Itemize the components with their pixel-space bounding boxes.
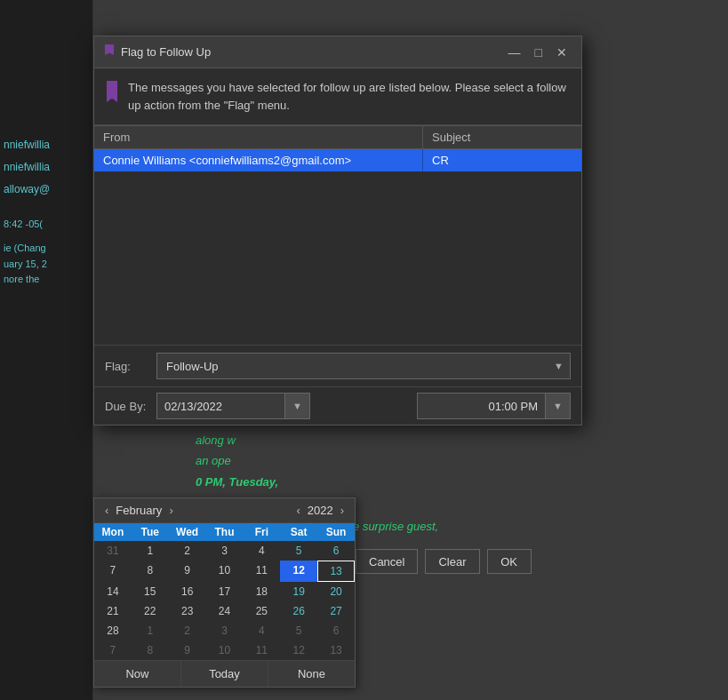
calendar-days-header: Mon Tue Wed Thu Fri Sat Sun	[94, 523, 355, 541]
cal-day[interactable]: 8	[132, 640, 169, 660]
cal-day[interactable]: 24	[206, 601, 244, 621]
calendar-week-1: 31 1 2 3 4 5 6	[94, 541, 355, 561]
prev-month-button[interactable]: ‹	[101, 503, 112, 518]
clear-button[interactable]: Clear	[425, 549, 479, 574]
email-subject: CR	[423, 149, 581, 171]
cal-day[interactable]: 15	[132, 582, 169, 601]
cal-day[interactable]: 4	[243, 621, 280, 640]
cal-day[interactable]: 3	[206, 541, 244, 561]
calendar-week-6: 7 8 9 10 11 12 13	[94, 640, 355, 660]
cal-day[interactable]: 26	[280, 601, 317, 621]
now-button[interactable]: Now	[94, 661, 181, 687]
year-nav: ‹ 2022 ›	[292, 503, 348, 518]
date-dropdown-button[interactable]: ▼	[285, 393, 310, 419]
dueby-label: Due By:	[105, 400, 149, 413]
cal-day[interactable]: 27	[317, 601, 355, 621]
cal-day[interactable]: 17	[206, 582, 244, 601]
cal-day[interactable]: 12	[280, 640, 317, 660]
date-input-container: ▼	[156, 393, 310, 419]
cal-day[interactable]: 21	[94, 601, 132, 621]
cal-day[interactable]: 4	[243, 541, 280, 561]
table-header: From Subject	[94, 125, 581, 149]
email-from: Connie Williams <conniefwilliams2@gmail.…	[94, 149, 423, 171]
minimize-button[interactable]: —	[505, 46, 524, 59]
cal-day[interactable]: 13	[317, 640, 355, 660]
cal-day[interactable]: 1	[132, 621, 169, 640]
day-name-tue: Tue	[132, 523, 169, 541]
dialog-title: Flag to Follow Up	[121, 45, 211, 59]
cal-day[interactable]: 22	[132, 601, 169, 621]
calendar-week-3: 14 15 16 17 18 19 20	[94, 582, 355, 601]
cal-day[interactable]: 7	[94, 640, 132, 660]
cal-day[interactable]: 10	[206, 561, 244, 582]
cal-day-selected[interactable]: 12	[280, 561, 317, 582]
cal-day[interactable]: 7	[94, 561, 132, 582]
cal-day[interactable]: 20	[317, 582, 355, 601]
cal-day[interactable]: 14	[94, 582, 132, 601]
cal-day-highlighted[interactable]: 13	[317, 561, 355, 582]
cal-day[interactable]: 5	[280, 621, 317, 640]
cal-day[interactable]: 18	[243, 582, 280, 601]
none-button[interactable]: None	[268, 661, 355, 687]
email-table: From Subject Connie Williams <conniefwil…	[94, 125, 581, 345]
cal-day[interactable]: 28	[94, 621, 132, 640]
flag-row: Flag: Follow-Up Call Do Not Forward For …	[94, 345, 581, 386]
cal-day[interactable]: 2	[169, 621, 206, 640]
prev-year-button[interactable]: ‹	[292, 503, 303, 518]
cal-day[interactable]: 8	[132, 561, 169, 582]
day-name-sun: Sun	[317, 523, 355, 541]
day-name-thu: Thu	[206, 523, 244, 541]
close-button[interactable]: ✕	[553, 46, 571, 59]
calendar-grid: Mon Tue Wed Thu Fri Sat Sun 31 1 2 3 4 5…	[94, 523, 355, 660]
flag-dropdown[interactable]: Follow-Up Call Do Not Forward For Your I…	[156, 353, 571, 379]
empty-table-area	[94, 171, 581, 340]
cal-day[interactable]: 31	[94, 541, 132, 561]
time-input[interactable]	[417, 393, 546, 419]
dialog-header: The messages you have selected for follo…	[94, 68, 581, 125]
cal-day[interactable]: 6	[317, 541, 355, 561]
calendar-nav: ‹ February › ‹ 2022 ›	[94, 498, 355, 523]
cal-day[interactable]: 5	[280, 541, 317, 561]
flag-icon	[105, 44, 114, 60]
maximize-button[interactable]: □	[532, 46, 546, 59]
cal-day[interactable]: 9	[169, 640, 206, 660]
day-name-fri: Fri	[243, 523, 280, 541]
day-name-wed: Wed	[169, 523, 206, 541]
cal-day[interactable]: 11	[243, 640, 280, 660]
dueby-row: Due By: ▼ ▼	[94, 386, 581, 425]
ok-button[interactable]: OK	[487, 549, 532, 574]
dialog-title-bar: Flag to Follow Up — □ ✕	[94, 36, 581, 68]
title-bar-controls: — □ ✕	[505, 46, 571, 59]
year-label: 2022	[308, 504, 333, 517]
cal-day[interactable]: 3	[206, 621, 244, 640]
table-body: Connie Williams <conniefwilliams2@gmail.…	[94, 149, 581, 345]
day-name-sat: Sat	[280, 523, 317, 541]
cancel-button[interactable]: Cancel	[356, 549, 418, 574]
bg-left-panel: nniefwillia nniefwillia alloway@ 8:42 -0…	[0, 0, 93, 700]
dialog-header-text: The messages you have selected for follo…	[128, 79, 569, 114]
date-input[interactable]	[156, 393, 285, 419]
cal-day[interactable]: 25	[243, 601, 280, 621]
next-month-button[interactable]: ›	[165, 503, 176, 518]
cal-day[interactable]: 19	[280, 582, 317, 601]
dialog-action-buttons: Cancel Clear OK	[356, 549, 532, 574]
cal-day[interactable]: 11	[243, 561, 280, 582]
next-year-button[interactable]: ›	[337, 503, 348, 518]
cal-day[interactable]: 23	[169, 601, 206, 621]
cal-day[interactable]: 1	[132, 541, 169, 561]
calendar-week-4: 21 22 23 24 25 26 27	[94, 601, 355, 621]
bg-email-list: nniefwillia nniefwillia alloway@ 8:42 -0…	[0, 133, 93, 291]
today-button[interactable]: Today	[181, 661, 268, 687]
flag-icon-large	[107, 81, 117, 109]
cal-day[interactable]: 10	[206, 640, 244, 660]
table-row[interactable]: Connie Williams <conniefwilliams2@gmail.…	[94, 149, 581, 171]
col-subject-header: Subject	[423, 126, 581, 148]
time-dropdown-button[interactable]: ▼	[546, 393, 571, 419]
title-bar-left: Flag to Follow Up	[105, 44, 211, 60]
cal-day[interactable]: 16	[169, 582, 206, 601]
calendar-bottom-buttons: Now Today None	[94, 660, 355, 687]
flag-select-container: Follow-Up Call Do Not Forward For Your I…	[156, 353, 571, 379]
cal-day[interactable]: 6	[317, 621, 355, 640]
cal-day[interactable]: 2	[169, 541, 206, 561]
cal-day[interactable]: 9	[169, 561, 206, 582]
